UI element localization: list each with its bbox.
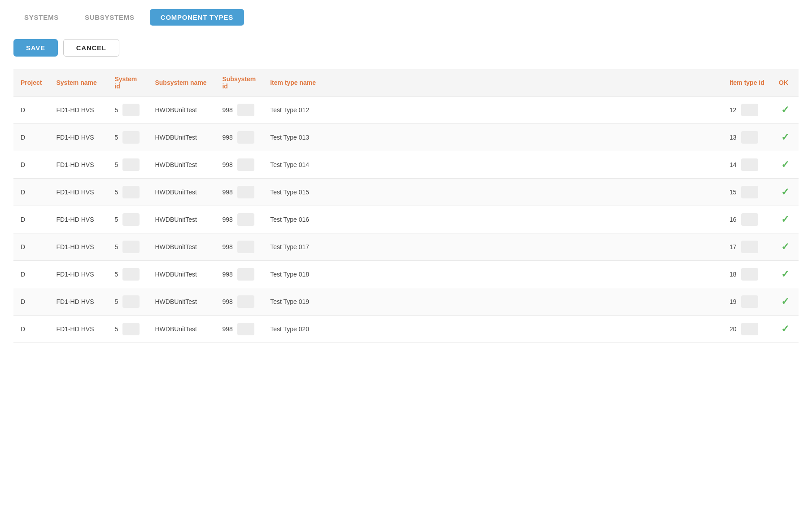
cell-item-type-name: Test Type 014 <box>263 151 722 179</box>
table-row: DFD1-HD HVS5HWDBUnitTest998Test Type 020… <box>13 316 799 343</box>
checkmark-icon: ✓ <box>781 214 789 225</box>
cell-subsystem-name: HWDBUnitTest <box>148 288 215 316</box>
cell-item-type-name: Test Type 017 <box>263 233 722 261</box>
col-header-subsystem-id: Subsystem id <box>215 69 263 97</box>
cell-ok: ✓ <box>772 288 799 316</box>
item-type-id-input[interactable] <box>741 158 758 171</box>
cancel-button[interactable]: CANCEL <box>63 39 119 57</box>
cell-system-name: FD1-HD HVS <box>49 179 107 206</box>
cell-item-type-id: 14 <box>722 151 772 179</box>
table-row: DFD1-HD HVS5HWDBUnitTest998Test Type 013… <box>13 124 799 151</box>
system-id-input[interactable] <box>122 186 140 198</box>
cell-ok: ✓ <box>772 206 799 233</box>
cell-project: D <box>13 288 49 316</box>
cell-subsystem-id: 998 <box>215 288 263 316</box>
tab-subsystems[interactable]: SUBSYSTEMS <box>74 9 145 26</box>
cell-subsystem-id: 998 <box>215 97 263 124</box>
system-id-input[interactable] <box>122 213 140 226</box>
col-header-item-type-id: Item type id <box>722 69 772 97</box>
item-type-id-input[interactable] <box>741 241 758 253</box>
item-type-id-input[interactable] <box>741 186 758 198</box>
system-id-input[interactable] <box>122 104 140 116</box>
save-button[interactable]: SAVE <box>13 39 58 57</box>
cell-ok: ✓ <box>772 233 799 261</box>
table-row: DFD1-HD HVS5HWDBUnitTest998Test Type 012… <box>13 97 799 124</box>
cell-project: D <box>13 316 49 343</box>
cell-ok: ✓ <box>772 179 799 206</box>
cell-item-type-id: 12 <box>722 97 772 124</box>
cell-subsystem-id: 998 <box>215 261 263 288</box>
cell-subsystem-id: 998 <box>215 124 263 151</box>
cell-project: D <box>13 124 49 151</box>
col-header-subsystem-name: Subsystem name <box>148 69 215 97</box>
system-id-input[interactable] <box>122 241 140 253</box>
subsystem-id-input[interactable] <box>237 268 254 281</box>
cell-item-type-name: Test Type 020 <box>263 316 722 343</box>
tab-component-types[interactable]: COMPONENT TYPES <box>150 9 244 26</box>
cell-system-id: 5 <box>107 151 148 179</box>
table-row: DFD1-HD HVS5HWDBUnitTest998Test Type 014… <box>13 151 799 179</box>
cell-subsystem-id: 998 <box>215 316 263 343</box>
subsystem-id-input[interactable] <box>237 213 254 226</box>
cell-item-type-id: 19 <box>722 288 772 316</box>
system-id-input[interactable] <box>122 268 140 281</box>
item-type-id-input[interactable] <box>741 213 758 226</box>
subsystem-id-input[interactable] <box>237 158 254 171</box>
cell-ok: ✓ <box>772 316 799 343</box>
cell-item-type-name: Test Type 015 <box>263 179 722 206</box>
tab-systems[interactable]: SYSTEMS <box>13 9 70 26</box>
system-id-input[interactable] <box>122 323 140 335</box>
cell-system-name: FD1-HD HVS <box>49 261 107 288</box>
cell-system-name: FD1-HD HVS <box>49 124 107 151</box>
cell-system-id: 5 <box>107 206 148 233</box>
cell-system-id: 5 <box>107 124 148 151</box>
item-type-id-input[interactable] <box>741 295 758 308</box>
cell-system-id: 5 <box>107 288 148 316</box>
col-header-project: Project <box>13 69 49 97</box>
cell-subsystem-name: HWDBUnitTest <box>148 206 215 233</box>
tab-bar: SYSTEMS SUBSYSTEMS COMPONENT TYPES <box>13 9 799 26</box>
system-id-input[interactable] <box>122 131 140 144</box>
cell-subsystem-name: HWDBUnitTest <box>148 97 215 124</box>
cell-item-type-name: Test Type 019 <box>263 288 722 316</box>
subsystem-id-input[interactable] <box>237 323 254 335</box>
subsystem-id-input[interactable] <box>237 104 254 116</box>
component-types-table: Project System name System id Subsystem … <box>13 69 799 343</box>
cell-subsystem-name: HWDBUnitTest <box>148 316 215 343</box>
checkmark-icon: ✓ <box>781 186 789 198</box>
cell-item-type-id: 15 <box>722 179 772 206</box>
cell-project: D <box>13 206 49 233</box>
system-id-input[interactable] <box>122 158 140 171</box>
table-header-row: Project System name System id Subsystem … <box>13 69 799 97</box>
item-type-id-input[interactable] <box>741 104 758 116</box>
cell-ok: ✓ <box>772 151 799 179</box>
item-type-id-input[interactable] <box>741 131 758 144</box>
checkmark-icon: ✓ <box>781 268 789 280</box>
cell-subsystem-name: HWDBUnitTest <box>148 233 215 261</box>
checkmark-icon: ✓ <box>781 241 789 252</box>
cell-system-id: 5 <box>107 179 148 206</box>
col-header-ok: OK <box>772 69 799 97</box>
item-type-id-input[interactable] <box>741 323 758 335</box>
cell-project: D <box>13 261 49 288</box>
subsystem-id-input[interactable] <box>237 295 254 308</box>
cell-system-id: 5 <box>107 97 148 124</box>
cell-system-id: 5 <box>107 261 148 288</box>
subsystem-id-input[interactable] <box>237 186 254 198</box>
subsystem-id-input[interactable] <box>237 131 254 144</box>
item-type-id-input[interactable] <box>741 268 758 281</box>
checkmark-icon: ✓ <box>781 323 789 334</box>
action-bar: SAVE CANCEL <box>13 39 799 57</box>
system-id-input[interactable] <box>122 295 140 308</box>
cell-system-name: FD1-HD HVS <box>49 233 107 261</box>
checkmark-icon: ✓ <box>781 296 789 307</box>
cell-project: D <box>13 179 49 206</box>
cell-system-name: FD1-HD HVS <box>49 151 107 179</box>
cell-ok: ✓ <box>772 97 799 124</box>
subsystem-id-input[interactable] <box>237 241 254 253</box>
cell-item-type-id: 16 <box>722 206 772 233</box>
cell-ok: ✓ <box>772 124 799 151</box>
cell-system-name: FD1-HD HVS <box>49 97 107 124</box>
checkmark-icon: ✓ <box>781 159 789 170</box>
col-header-system-name: System name <box>49 69 107 97</box>
